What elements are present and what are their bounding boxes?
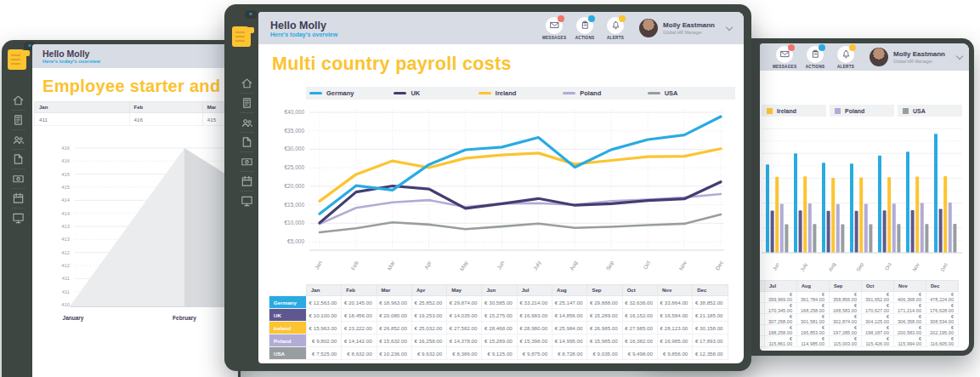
sidebar-collapse-button[interactable]: » [245, 10, 258, 19]
svg-text:€5,000: €5,000 [287, 238, 304, 244]
presentation-icon [12, 211, 25, 225]
table-cell: € 170,345.00 [765, 303, 797, 314]
envelope-icon [780, 49, 790, 59]
table-cell: € 202,195.00 [926, 325, 959, 336]
series-ireland [320, 149, 721, 202]
column-header: Nov [657, 285, 692, 296]
legend-swatch [394, 92, 406, 94]
user-menu[interactable]: Molly EastmannGlobal HR Manager [639, 19, 732, 37]
legend-item-ireland[interactable]: Ireland [762, 105, 826, 117]
bar-germany-jun [766, 164, 769, 253]
legend-label: Germany [326, 89, 354, 97]
table-cell: € 9,875.00 [517, 347, 552, 360]
sidebar-item-home[interactable] [12, 91, 25, 111]
table-cell: € 391,652.00 [862, 292, 894, 303]
table-cell: € 30,585.00 [482, 296, 517, 309]
row-label-uk: UK [269, 309, 307, 322]
column-header: Dec [926, 281, 959, 292]
notification-badge [558, 15, 564, 22]
sidebar-item-payroll[interactable] [12, 169, 25, 189]
center-window: » Hello Molly Here's today's overview ME… [224, 4, 751, 371]
presentation-icon [241, 194, 253, 208]
column-header: Sep [830, 281, 862, 292]
legend-item-usa[interactable]: USA [898, 105, 962, 117]
sidebar-item-documents[interactable] [12, 150, 25, 169]
sidebar-item-id-card[interactable] [241, 94, 253, 113]
sidebar-item-payroll[interactable] [241, 152, 253, 172]
svg-text:412: 412 [61, 263, 70, 268]
bar-ireland-oct [887, 177, 891, 253]
column-header: Aug [797, 281, 830, 292]
nav-alerts[interactable]: ALERTS [600, 17, 631, 40]
bar-usa-nov [925, 224, 928, 253]
column-header: Oct [622, 285, 657, 296]
nav-actions[interactable]: ACTIONS [800, 46, 830, 69]
svg-text:€20,000: €20,000 [285, 183, 305, 189]
column-header: Nov [894, 281, 926, 292]
greeting-subtitle: Here's today's overview [42, 59, 100, 64]
data-table: JanFebMarAprMayJunJulAugSepOctNovDecGerm… [269, 284, 728, 360]
legend-item-poland[interactable]: Poland [830, 105, 894, 117]
column-header: Jan [35, 102, 130, 113]
table-cell: € 171,214.00 [894, 303, 926, 314]
sidebar-item-employees[interactable] [241, 113, 253, 133]
sidebar-item-calendar[interactable] [12, 189, 25, 208]
table-row: € 355,680.00€ 399,969.00€ 361,784.00€ 35… [760, 292, 959, 303]
sidebar-item-presentation[interactable] [241, 191, 253, 210]
sidebar-item-calendar[interactable] [241, 172, 253, 191]
employees-icon [12, 133, 25, 146]
table-cell: € 14,378.00 [447, 334, 482, 347]
column-header: Dec [693, 285, 728, 296]
avatar [870, 48, 888, 66]
bar-chart-legend: IrelandPolandUSA [762, 105, 959, 117]
sidebar-item-presentation[interactable] [12, 208, 25, 227]
svg-text:Jun: Jun [496, 260, 505, 271]
legend-item-uk[interactable]: UK [394, 89, 478, 97]
legend-swatch [479, 92, 491, 94]
payroll-table: JanFebMarAprMayJunJulAugSepOctNovDecGerm… [269, 284, 728, 360]
table-cell: € 478,224.00 [926, 292, 959, 303]
table-cell: € 17,893.00 [693, 334, 728, 347]
home-icon [241, 77, 253, 90]
user-menu[interactable]: Molly EastmannGlobal HR Manager [870, 48, 962, 66]
bar-uk-oct [883, 210, 887, 253]
table-cell: € 25,852.00 [411, 296, 446, 309]
legend-swatch [648, 92, 660, 94]
sidebar-item-id-card[interactable] [12, 111, 25, 130]
clipboard-icon [581, 20, 590, 30]
table-cell: € 399,969.00 [765, 292, 797, 303]
column-header: Jan [307, 285, 342, 296]
table-row: Germany€ 12,563.00€ 20,145.00€ 18,963.00… [269, 296, 728, 309]
bar-poland-oct [892, 203, 896, 253]
table-cell: € 18,456.00 [342, 309, 377, 322]
table-cell: € 33,864.00 [657, 296, 692, 309]
nav-messages[interactable]: MESSAGES [769, 46, 800, 69]
legend-item-usa[interactable]: USA [648, 89, 732, 97]
sidebar-item-employees[interactable] [12, 130, 25, 150]
legend-item-poland[interactable]: Poland [563, 89, 647, 97]
table-cell: € 8,386.00 [447, 347, 482, 360]
greeting: Hello Molly [42, 49, 100, 59]
table-row: Ireland€ 15,963.00€ 23,222.00€ 26,852.00… [269, 322, 728, 334]
nav-label: ALERTS [830, 65, 861, 69]
sidebar-item-documents[interactable] [241, 133, 253, 152]
sidebar-item-home[interactable] [241, 74, 253, 94]
table-cell: € 15,632.00 [377, 334, 411, 347]
legend-item-ireland[interactable]: Ireland [479, 89, 563, 97]
bar-ireland-aug [831, 178, 835, 253]
table-cell: € 16,382.00 [622, 334, 657, 347]
svg-text:Nov: Nov [677, 260, 688, 271]
table-cell: € 115,994.00 [894, 336, 926, 347]
bar-germany-dec [934, 134, 938, 253]
column-header: Apr [411, 285, 446, 296]
row-label-germany: Germany [269, 296, 307, 309]
table-cell: € 8,728.00 [552, 347, 587, 360]
nav-messages[interactable]: MESSAGES [539, 17, 569, 40]
table-cell: € 301,581.00 [797, 314, 830, 325]
nav-actions[interactable]: ACTIONS [569, 17, 600, 40]
table-cell: € 168,258.00 [797, 303, 830, 314]
legend-label: Poland [580, 89, 601, 97]
nav-alerts[interactable]: ALERTS [830, 46, 861, 69]
legend-item-germany[interactable]: Germany [309, 89, 394, 97]
bar-poland-aug [836, 204, 840, 253]
